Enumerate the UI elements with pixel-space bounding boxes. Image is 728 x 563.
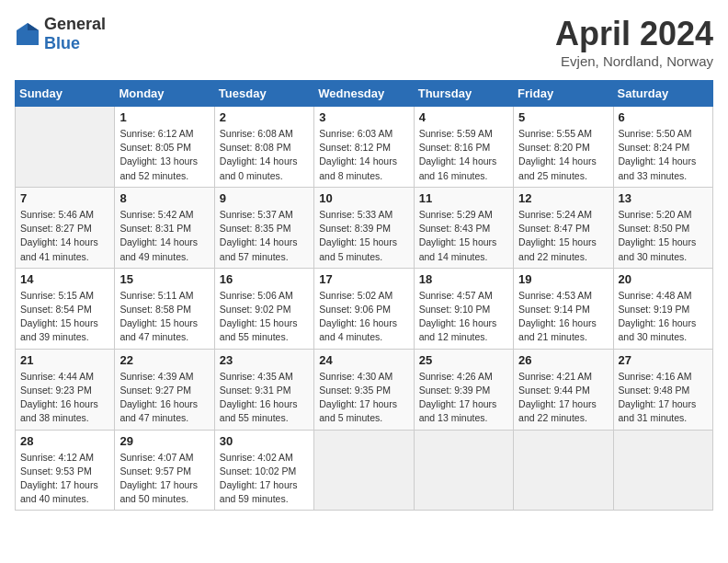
calendar-week-row: 1Sunrise: 6:12 AM Sunset: 8:05 PM Daylig… xyxy=(16,107,713,188)
logo: General Blue xyxy=(15,15,106,53)
day-info: Sunrise: 4:21 AM Sunset: 9:44 PM Dayligh… xyxy=(518,370,608,426)
calendar-cell: 12Sunrise: 5:24 AM Sunset: 8:47 PM Dayli… xyxy=(514,187,613,268)
day-number: 10 xyxy=(319,191,408,205)
day-info: Sunrise: 6:03 AM Sunset: 8:12 PM Dayligh… xyxy=(319,127,408,183)
day-info: Sunrise: 4:35 AM Sunset: 9:31 PM Dayligh… xyxy=(220,370,309,426)
calendar-cell xyxy=(16,107,115,188)
day-number: 26 xyxy=(518,353,608,367)
calendar-table: SundayMondayTuesdayWednesdayThursdayFrid… xyxy=(15,80,713,511)
weekday-header-saturday: Saturday xyxy=(613,81,712,107)
day-info: Sunrise: 5:42 AM Sunset: 8:31 PM Dayligh… xyxy=(119,208,209,264)
calendar-cell: 3Sunrise: 6:03 AM Sunset: 8:12 PM Daylig… xyxy=(314,107,414,188)
calendar-cell: 5Sunrise: 5:55 AM Sunset: 8:20 PM Daylig… xyxy=(514,107,613,188)
day-number: 13 xyxy=(619,191,708,205)
calendar-cell: 28Sunrise: 4:12 AM Sunset: 9:53 PM Dayli… xyxy=(16,430,115,511)
calendar-cell: 30Sunrise: 4:02 AM Sunset: 10:02 PM Dayl… xyxy=(214,430,313,511)
day-info: Sunrise: 4:07 AM Sunset: 9:57 PM Dayligh… xyxy=(119,451,209,507)
calendar-cell: 6Sunrise: 5:50 AM Sunset: 8:24 PM Daylig… xyxy=(613,107,712,188)
day-number: 7 xyxy=(20,191,109,205)
calendar-cell: 13Sunrise: 5:20 AM Sunset: 8:50 PM Dayli… xyxy=(613,187,712,268)
calendar-cell: 23Sunrise: 4:35 AM Sunset: 9:31 PM Dayli… xyxy=(214,349,313,430)
logo-blue-text: Blue xyxy=(44,34,80,52)
calendar-cell: 24Sunrise: 4:30 AM Sunset: 9:35 PM Dayli… xyxy=(314,349,414,430)
day-info: Sunrise: 5:50 AM Sunset: 8:24 PM Dayligh… xyxy=(619,127,708,183)
month-title: April 2024 xyxy=(555,15,713,53)
location-label: Evjen, Nordland, Norway xyxy=(555,53,713,69)
calendar-cell: 29Sunrise: 4:07 AM Sunset: 9:57 PM Dayli… xyxy=(115,430,214,511)
logo-icon xyxy=(15,21,40,47)
day-info: Sunrise: 5:20 AM Sunset: 8:50 PM Dayligh… xyxy=(619,208,708,264)
day-number: 18 xyxy=(419,272,508,286)
calendar-week-row: 14Sunrise: 5:15 AM Sunset: 8:54 PM Dayli… xyxy=(16,268,713,349)
calendar-cell: 4Sunrise: 5:59 AM Sunset: 8:16 PM Daylig… xyxy=(414,107,513,188)
calendar-cell xyxy=(414,430,513,511)
calendar-cell xyxy=(514,430,613,511)
day-info: Sunrise: 4:53 AM Sunset: 9:14 PM Dayligh… xyxy=(518,289,608,345)
weekday-header-friday: Friday xyxy=(514,81,613,107)
weekday-header-sunday: Sunday xyxy=(16,81,115,107)
day-info: Sunrise: 5:06 AM Sunset: 9:02 PM Dayligh… xyxy=(220,289,309,345)
calendar-cell: 8Sunrise: 5:42 AM Sunset: 8:31 PM Daylig… xyxy=(115,187,214,268)
day-info: Sunrise: 5:11 AM Sunset: 8:58 PM Dayligh… xyxy=(119,289,209,345)
day-number: 12 xyxy=(518,191,608,205)
calendar-cell: 19Sunrise: 4:53 AM Sunset: 9:14 PM Dayli… xyxy=(514,268,613,349)
day-number: 1 xyxy=(119,110,209,124)
day-number: 19 xyxy=(518,272,608,286)
day-info: Sunrise: 5:46 AM Sunset: 8:27 PM Dayligh… xyxy=(20,208,109,264)
calendar-cell: 22Sunrise: 4:39 AM Sunset: 9:27 PM Dayli… xyxy=(115,349,214,430)
day-info: Sunrise: 5:29 AM Sunset: 8:43 PM Dayligh… xyxy=(419,208,508,264)
day-number: 25 xyxy=(419,353,508,367)
calendar-cell: 1Sunrise: 6:12 AM Sunset: 8:05 PM Daylig… xyxy=(115,107,214,188)
calendar-cell: 14Sunrise: 5:15 AM Sunset: 8:54 PM Dayli… xyxy=(16,268,115,349)
calendar-week-row: 28Sunrise: 4:12 AM Sunset: 9:53 PM Dayli… xyxy=(16,430,713,511)
day-info: Sunrise: 5:59 AM Sunset: 8:16 PM Dayligh… xyxy=(419,127,508,183)
day-info: Sunrise: 5:02 AM Sunset: 9:06 PM Dayligh… xyxy=(319,289,408,345)
day-number: 16 xyxy=(220,272,309,286)
calendar-week-row: 7Sunrise: 5:46 AM Sunset: 8:27 PM Daylig… xyxy=(16,187,713,268)
svg-marker-1 xyxy=(28,23,39,30)
calendar-cell: 21Sunrise: 4:44 AM Sunset: 9:23 PM Dayli… xyxy=(16,349,115,430)
calendar-cell: 20Sunrise: 4:48 AM Sunset: 9:19 PM Dayli… xyxy=(613,268,712,349)
calendar-header: SundayMondayTuesdayWednesdayThursdayFrid… xyxy=(16,81,713,107)
day-info: Sunrise: 5:15 AM Sunset: 8:54 PM Dayligh… xyxy=(20,289,109,345)
logo-general-text: General xyxy=(44,15,106,33)
calendar-cell: 27Sunrise: 4:16 AM Sunset: 9:48 PM Dayli… xyxy=(613,349,712,430)
day-number: 21 xyxy=(20,353,109,367)
day-number: 4 xyxy=(419,110,508,124)
calendar-cell: 9Sunrise: 5:37 AM Sunset: 8:35 PM Daylig… xyxy=(214,187,313,268)
day-number: 22 xyxy=(119,353,209,367)
day-info: Sunrise: 6:12 AM Sunset: 8:05 PM Dayligh… xyxy=(119,127,209,183)
calendar-cell: 16Sunrise: 5:06 AM Sunset: 9:02 PM Dayli… xyxy=(214,268,313,349)
day-info: Sunrise: 4:26 AM Sunset: 9:39 PM Dayligh… xyxy=(419,370,508,426)
day-number: 6 xyxy=(619,110,708,124)
day-number: 27 xyxy=(619,353,708,367)
calendar-cell: 2Sunrise: 6:08 AM Sunset: 8:08 PM Daylig… xyxy=(214,107,313,188)
day-number: 5 xyxy=(518,110,608,124)
day-number: 30 xyxy=(220,434,309,448)
day-info: Sunrise: 5:37 AM Sunset: 8:35 PM Dayligh… xyxy=(220,208,309,264)
day-info: Sunrise: 4:44 AM Sunset: 9:23 PM Dayligh… xyxy=(20,370,109,426)
day-info: Sunrise: 4:39 AM Sunset: 9:27 PM Dayligh… xyxy=(119,370,209,426)
calendar-cell: 18Sunrise: 4:57 AM Sunset: 9:10 PM Dayli… xyxy=(414,268,513,349)
day-number: 29 xyxy=(119,434,209,448)
day-info: Sunrise: 4:48 AM Sunset: 9:19 PM Dayligh… xyxy=(619,289,708,345)
calendar-cell xyxy=(314,430,414,511)
day-number: 17 xyxy=(319,272,408,286)
title-block: April 2024 Evjen, Nordland, Norway xyxy=(555,15,713,69)
day-number: 11 xyxy=(419,191,508,205)
day-number: 15 xyxy=(119,272,209,286)
calendar-cell: 7Sunrise: 5:46 AM Sunset: 8:27 PM Daylig… xyxy=(16,187,115,268)
day-info: Sunrise: 4:57 AM Sunset: 9:10 PM Dayligh… xyxy=(419,289,508,345)
calendar-cell: 25Sunrise: 4:26 AM Sunset: 9:39 PM Dayli… xyxy=(414,349,513,430)
day-info: Sunrise: 4:30 AM Sunset: 9:35 PM Dayligh… xyxy=(319,370,408,426)
weekday-header-thursday: Thursday xyxy=(414,81,513,107)
day-number: 3 xyxy=(319,110,408,124)
day-number: 28 xyxy=(20,434,109,448)
day-info: Sunrise: 4:12 AM Sunset: 9:53 PM Dayligh… xyxy=(20,451,109,507)
day-number: 8 xyxy=(119,191,209,205)
day-number: 14 xyxy=(20,272,109,286)
weekday-header-monday: Monday xyxy=(115,81,214,107)
calendar-cell: 15Sunrise: 5:11 AM Sunset: 8:58 PM Dayli… xyxy=(115,268,214,349)
day-number: 9 xyxy=(220,191,309,205)
calendar-body: 1Sunrise: 6:12 AM Sunset: 8:05 PM Daylig… xyxy=(16,107,713,511)
